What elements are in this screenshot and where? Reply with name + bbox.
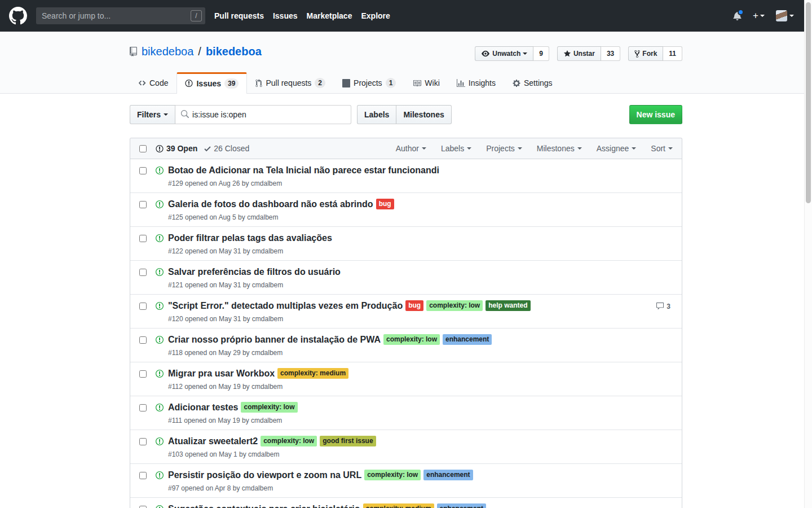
issue-title[interactable]: Criar nosso próprio banner de instalação… [168,335,381,344]
issue-checkbox[interactable] [139,303,147,310]
watchers-count[interactable]: 9 [533,46,549,61]
author-dropdown[interactable]: Author [396,144,426,153]
issue-checkbox[interactable] [139,269,147,276]
issue-checkbox[interactable] [139,167,147,174]
search-icon [180,110,189,119]
milestones-dropdown[interactable]: Milestones [537,144,582,153]
nav-explore[interactable]: Explore [361,11,390,20]
issue-comments[interactable]: 3 [656,302,670,310]
dropdown-label: Labels [441,144,464,153]
tab-label: Projects [354,78,382,87]
browser-scrollbar[interactable] [804,0,812,508]
label-enhancement[interactable]: enhancement [437,503,486,508]
labels-dropdown[interactable]: Labels [441,144,471,153]
issue-opened-icon [156,403,164,412]
issue-meta: #122 opened on May 31 by cmdalbem [168,247,673,256]
issue-checkbox[interactable] [139,370,147,378]
label-bug[interactable]: bug [376,199,394,209]
issue-row: "Script Error." detectado multiplas veze… [130,295,682,329]
issue-title[interactable]: Atualizar sweetalert2 [168,436,258,446]
issue-checkbox[interactable] [139,201,147,208]
tab-code[interactable]: Code [130,72,176,93]
label-bug[interactable]: bug [405,300,423,311]
nav-pull-requests[interactable]: Pull requests [214,11,264,20]
issue-title[interactable]: Salvar preferências de filtros do usuári… [168,267,341,277]
issue-main: Galeria de fotos do dashboard não está a… [168,199,673,222]
issue-checkbox[interactable] [139,472,147,479]
issue-title[interactable]: Botao de Adicionar na Tela Inicial não p… [168,165,439,175]
issue-labels: complexity: low [238,402,297,412]
label-help-wanted[interactable]: help wanted [486,300,530,311]
labels-milestones-group: Labels Milestones [357,105,452,124]
issue-title[interactable]: Adicionar testes [168,402,238,412]
issue-main: Salvar preferências de filtros do usuári… [168,266,673,290]
issue-row: Galeria de fotos do dashboard não está a… [130,193,682,227]
label-complexity-low[interactable]: complexity: low [364,470,421,480]
label-complexity-medium[interactable]: complexity: medium [363,503,434,508]
global-search-input[interactable] [36,7,205,24]
issue-meta: #129 opened on Aug 26 by cmdalbem [168,179,673,188]
issue-title[interactable]: Sugestões contextuais para criar bicicle… [168,504,360,508]
label-complexity-low[interactable]: complexity: low [383,334,440,345]
tab-wiki[interactable]: Wiki [404,72,448,93]
forks-count[interactable]: 11 [663,46,682,61]
label-complexity-low[interactable]: complexity: low [426,300,483,311]
milestones-button[interactable]: Milestones [396,105,451,124]
issue-opened-icon [156,301,164,310]
issue-opened-icon [156,166,164,175]
chevron-down-icon [577,147,582,152]
issue-title[interactable]: Persistir posição do viewport e zoom na … [168,470,361,480]
issue-title[interactable]: Migrar pra usar Workbox [168,369,275,378]
fork-icon [634,50,640,58]
repo-name-link[interactable]: bikedeboa [206,45,262,58]
issue-main: Migrar pra usar Workboxcomplexity: mediu… [168,368,673,391]
create-new-menu[interactable]: + [753,10,765,21]
tab-issues[interactable]: Issues 39 [176,72,247,94]
notifications-bell-icon[interactable] [733,11,742,20]
scrollbar-thumb[interactable] [806,2,811,203]
issue-checkbox[interactable] [139,404,147,411]
unwatch-button[interactable]: Unwatch [475,46,533,61]
issue-checkbox[interactable] [139,336,147,344]
issue-title[interactable]: "Script Error." detectado multiplas veze… [168,301,403,310]
issue-main: Criar nosso próprio banner de instalação… [168,334,673,357]
fork-button[interactable]: Fork [628,46,663,61]
label-enhancement[interactable]: enhancement [443,334,492,345]
issue-title[interactable]: Galeria de fotos do dashboard não está a… [168,199,373,209]
stars-count[interactable]: 33 [601,46,620,61]
label-good-first-issue[interactable]: good first issue [320,436,376,446]
user-menu[interactable] [776,10,794,21]
tab-label: Code [149,78,168,87]
tab-settings[interactable]: Settings [504,72,561,93]
label-complexity-low[interactable]: complexity: low [241,402,297,413]
issue-checkbox[interactable] [139,506,147,508]
select-all-checkbox[interactable] [139,145,147,152]
dropdown-label: Assignee [597,144,629,153]
closed-issues-filter[interactable]: 26 Closed [204,144,249,153]
chevron-down-icon [632,147,636,152]
assignee-dropdown[interactable]: Assignee [597,144,637,153]
labels-button[interactable]: Labels [357,105,396,124]
sort-dropdown[interactable]: Sort [651,144,673,153]
repo-owner-link[interactable]: bikedeboa [142,45,193,58]
filters-dropdown[interactable]: Filters [130,105,175,124]
projects-dropdown[interactable]: Projects [486,144,522,153]
open-issues-filter[interactable]: 39 Open [156,144,197,153]
label-complexity-low[interactable]: complexity: low [261,436,317,446]
label-complexity-medium[interactable]: complexity: medium [277,368,348,379]
nav-marketplace[interactable]: Marketplace [307,11,352,20]
issue-title[interactable]: Poder filtrar pelas tags das avaliações [168,233,332,243]
tab-pull-requests[interactable]: Pull requests 2 [247,72,334,93]
issues-search-input[interactable] [175,105,351,124]
unstar-button[interactable]: Unstar [557,46,601,61]
label-enhancement[interactable]: enhancement [423,470,473,480]
issue-checkbox[interactable] [139,235,147,242]
new-issue-button[interactable]: New issue [629,105,682,124]
nav-issues[interactable]: Issues [273,11,298,20]
tab-insights[interactable]: Insights [448,72,504,93]
issue-opened-icon [156,268,164,277]
tab-label: Issues [196,79,221,88]
tab-projects[interactable]: Projects 1 [334,72,404,93]
github-logo-icon[interactable] [9,7,27,25]
issue-checkbox[interactable] [139,438,147,445]
